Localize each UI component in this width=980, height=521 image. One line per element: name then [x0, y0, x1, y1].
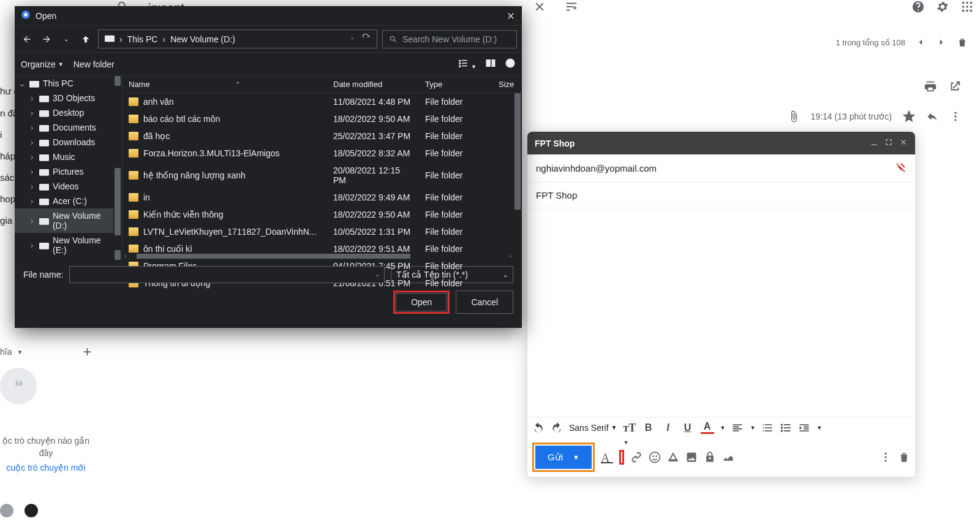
search-folder-input[interactable]: Search New Volume (D:)	[382, 30, 517, 48]
bullet-list-icon[interactable]	[780, 422, 792, 434]
star-icon[interactable]	[903, 110, 915, 123]
tree-item[interactable]: ›Videos	[15, 179, 122, 194]
next-icon[interactable]	[936, 37, 947, 48]
format-text-icon[interactable]: A	[601, 451, 613, 463]
undo-icon[interactable]	[532, 422, 545, 434]
confidential-mode-icon[interactable]	[704, 451, 716, 463]
tree-item[interactable]: ›New Volume (E:)	[15, 233, 122, 257]
minimize-icon[interactable]	[870, 138, 878, 148]
insert-link-icon[interactable]	[630, 451, 643, 463]
close-dialog-icon[interactable]	[506, 11, 516, 21]
underline-button[interactable]: U	[681, 422, 695, 433]
align-icon[interactable]	[731, 422, 744, 434]
view-mode-icon[interactable]: ▼	[458, 58, 477, 70]
folder-icon	[39, 153, 49, 161]
file-list-header[interactable]: Name⌃ Date modified Type Size	[123, 76, 522, 93]
crumb-this-pc[interactable]: This PC	[127, 34, 158, 44]
file-row[interactable]: báo cáo btl các môn18/02/2022 9:50 AMFil…	[123, 110, 522, 127]
help-dialog-icon[interactable]: ?	[505, 58, 516, 70]
apps-icon[interactable]	[960, 0, 974, 13]
file-vscroll[interactable]	[513, 93, 522, 260]
tree-item[interactable]: ›Pictures	[15, 164, 122, 179]
compose-more-icon[interactable]	[880, 451, 892, 463]
insert-drive-icon[interactable]	[667, 451, 679, 463]
file-row[interactable]: Forza.Horizon.3.MULTi13-ElAmigos18/05/20…	[123, 145, 522, 162]
file-row[interactable]: LVTN_LeVietKhuyen_1711827_DoanVinhN...10…	[123, 223, 522, 240]
insert-photo-icon[interactable]	[685, 451, 698, 463]
bold-button[interactable]: B	[642, 422, 655, 433]
delete-dropdown-icon[interactable]	[957, 37, 968, 48]
dialog-title: Open	[36, 11, 56, 21]
cancel-button[interactable]: Cancel	[456, 291, 513, 314]
hangouts-icon[interactable]	[24, 504, 38, 517]
forward-icon[interactable]	[39, 32, 54, 47]
new-chat-icon[interactable]: +	[83, 343, 91, 360]
insert-signature-icon[interactable]	[722, 451, 734, 463]
tree-item[interactable]: ›New Volume (D:)	[15, 208, 122, 233]
subject[interactable]: FPT Shop	[536, 190, 577, 200]
file-row[interactable]: in18/02/2022 9:49 AMFile folder	[123, 189, 522, 206]
recent-dropdown-icon[interactable]: ⌄	[59, 32, 74, 47]
help-icon[interactable]	[911, 0, 925, 13]
breadcrumb[interactable]: › This PC › New Volume (D:) ⌄	[98, 29, 377, 48]
crumb-folder[interactable]: New Volume (D:)	[170, 34, 235, 44]
crumb-dropdown-icon[interactable]: ⌄	[350, 34, 355, 44]
file-row[interactable]: đã học25/02/2021 3:47 PMFile folder	[123, 127, 522, 145]
file-name-input[interactable]: ⌄	[69, 266, 385, 283]
sliders-icon[interactable]	[565, 0, 578, 13]
tree-item[interactable]: ›Documents	[15, 120, 122, 135]
font-family[interactable]: Sans Serif ▼	[569, 423, 617, 433]
open-new-icon[interactable]	[948, 80, 962, 93]
close-search-icon[interactable]	[533, 0, 546, 13]
tree-item[interactable]: ›Downloads	[15, 135, 122, 150]
ordered-list-icon[interactable]	[761, 422, 774, 434]
up-icon[interactable]	[78, 32, 93, 47]
tree-item[interactable]: ›3D Objects	[15, 91, 122, 105]
tree-item-label: Downloads	[53, 137, 95, 147]
file-row[interactable]: anh văn11/08/2021 4:48 PMFile folder	[123, 93, 522, 110]
tree-item[interactable]: ›Desktop	[15, 105, 122, 120]
user-avatar-icon[interactable]	[0, 504, 13, 517]
tree-item[interactable]: ›Music	[15, 150, 122, 164]
tree-item-label: Pictures	[53, 167, 84, 177]
folder-icon	[129, 227, 138, 236]
folder-icon	[129, 115, 138, 123]
close-compose-icon[interactable]	[899, 138, 908, 148]
discard-icon[interactable]	[898, 451, 910, 463]
tree-item-label: Documents	[53, 123, 96, 132]
no-tag-icon[interactable]	[895, 162, 907, 175]
text-color-button[interactable]: A	[701, 421, 714, 434]
compose-body[interactable]	[527, 208, 915, 417]
organize-button[interactable]: Organize ▼	[21, 59, 64, 69]
reply-icon[interactable]	[926, 110, 938, 123]
tree-item[interactable]: ⌄This PC	[15, 76, 122, 91]
preview-pane-icon[interactable]	[485, 58, 496, 70]
indent-icon[interactable]	[798, 422, 810, 434]
svg-rect-32	[39, 140, 49, 146]
tree-item[interactable]: ›Acer (C:)	[15, 194, 122, 208]
gear-icon[interactable]	[936, 0, 949, 13]
tree-item-label: New Volume (D:)	[53, 211, 117, 230]
file-row[interactable]: Kiến thức viễn thông18/02/2022 9:50 AMFi…	[123, 206, 522, 223]
folder-icon	[39, 108, 49, 117]
prev-icon[interactable]	[915, 37, 926, 48]
file-date: 10/05/2022 1:31 PM	[327, 223, 419, 240]
redo-icon[interactable]	[551, 422, 563, 434]
file-hscroll[interactable]: ‹›	[123, 253, 513, 260]
insert-emoji-icon[interactable]	[649, 451, 661, 463]
print-icon[interactable]	[924, 80, 937, 93]
pagination-label: 1 trong tổng số 108	[835, 38, 905, 47]
new-conversation-link[interactable]: cuộc trò chuyện mới	[0, 463, 92, 473]
more-icon[interactable]	[949, 110, 962, 123]
refresh-icon[interactable]	[362, 34, 371, 44]
send-button[interactable]: Gửi▼	[535, 446, 592, 469]
open-button[interactable]: Open	[396, 293, 447, 311]
font-size-icon[interactable]: тТ ▼	[624, 422, 636, 434]
fullscreen-icon[interactable]	[884, 138, 893, 148]
new-folder-button[interactable]: New folder	[74, 59, 115, 69]
back-icon[interactable]	[20, 32, 34, 47]
file-row[interactable]: hệ thống năng lượng xanh20/08/2021 12:15…	[123, 162, 522, 189]
italic-button[interactable]: I	[662, 422, 675, 433]
recipient[interactable]: nghiavinhdoan@yopmail.com	[536, 163, 657, 173]
compose-window: FPT Shop nghiavinhdoan@yopmail.com FPT S…	[527, 131, 916, 477]
